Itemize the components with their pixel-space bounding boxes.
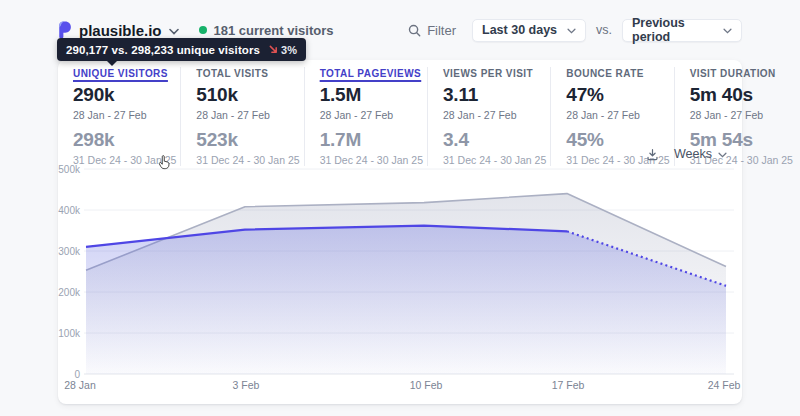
metric-label: VISIT DURATION xyxy=(690,68,793,79)
metric-period: 28 Jan - 27 Feb xyxy=(566,109,669,121)
metric-value: 290k xyxy=(73,84,176,106)
filter-button[interactable]: Filter xyxy=(408,23,456,38)
metric-period: 28 Jan - 27 Feb xyxy=(196,109,299,121)
svg-text:500k: 500k xyxy=(58,164,81,175)
metric-period: 28 Jan - 27 Feb xyxy=(690,109,793,121)
metric-value: 1.5M xyxy=(320,84,423,106)
svg-text:28 Jan: 28 Jan xyxy=(64,379,96,391)
tooltip-text: 290,177 vs. 298,233 unique visitors xyxy=(66,44,260,56)
svg-text:17 Feb: 17 Feb xyxy=(552,379,585,391)
live-dot-icon xyxy=(199,26,207,34)
metric-period: 28 Jan - 27 Feb xyxy=(73,109,176,121)
metric-column-0[interactable]: UNIQUE VISITORS 290k 28 Jan - 27 Feb 298… xyxy=(58,67,180,166)
tooltip-change: 3% xyxy=(269,44,297,56)
metric-label: VIEWS PER VISIT xyxy=(443,68,546,79)
filter-label: Filter xyxy=(427,23,456,38)
metrics-row: UNIQUE VISITORS 290k 28 Jan - 27 Feb 298… xyxy=(58,67,742,166)
metric-column-3[interactable]: VIEWS PER VISIT 3.11 28 Jan - 27 Feb 3.4… xyxy=(427,67,550,166)
plausible-logo-icon xyxy=(57,21,72,39)
chevron-down-icon xyxy=(718,147,727,161)
metric-label: UNIQUE VISITORS xyxy=(73,68,176,79)
svg-text:100k: 100k xyxy=(58,328,81,339)
chevron-down-icon xyxy=(723,23,732,37)
chevron-down-icon xyxy=(567,23,576,37)
metric-label: TOTAL VISITS xyxy=(196,68,299,79)
svg-text:200k: 200k xyxy=(58,287,81,298)
metric-column-2[interactable]: TOTAL PAGEVIEWS 1.5M 28 Jan - 27 Feb 1.7… xyxy=(304,67,427,166)
visitors-chart[interactable]: 0100k200k300k400k500k28 Jan3 Feb10 Feb17… xyxy=(58,160,742,398)
current-visitors[interactable]: 181 current visitors xyxy=(199,23,334,38)
vs-label: vs. xyxy=(596,23,612,37)
metric-period: 28 Jan - 27 Feb xyxy=(320,109,423,121)
site-name: plausible.io xyxy=(79,22,162,39)
svg-text:10 Feb: 10 Feb xyxy=(410,379,443,391)
metric-value: 47% xyxy=(566,84,669,106)
metric-prev-value: 3.4 xyxy=(443,129,546,151)
tooltip-change-value: 3% xyxy=(281,44,297,56)
search-icon xyxy=(408,24,421,37)
comparison-select[interactable]: Previous period xyxy=(622,19,742,42)
date-range-value: Last 30 days xyxy=(482,23,557,37)
svg-text:300k: 300k xyxy=(58,246,81,257)
analytics-card: UNIQUE VISITORS 290k 28 Jan - 27 Feb 298… xyxy=(58,60,742,404)
svg-text:0: 0 xyxy=(74,369,80,380)
metric-prev-value: 298k xyxy=(73,129,176,151)
interval-value: Weeks xyxy=(674,147,712,161)
site-switcher[interactable]: plausible.io xyxy=(57,21,179,39)
metric-value: 3.11 xyxy=(443,84,546,106)
metric-column-1[interactable]: TOTAL VISITS 510k 28 Jan - 27 Feb 523k 3… xyxy=(180,67,303,166)
tooltip-caret xyxy=(106,60,118,66)
date-range-select[interactable]: Last 30 days xyxy=(472,19,586,42)
metric-period: 28 Jan - 27 Feb xyxy=(443,109,546,121)
comparison-value: Previous period xyxy=(632,16,723,44)
interval-select[interactable]: Weeks xyxy=(674,147,727,161)
svg-text:400k: 400k xyxy=(58,205,81,216)
metric-tooltip: 290,177 vs. 298,233 unique visitors 3% xyxy=(57,38,306,61)
download-button[interactable] xyxy=(646,148,659,161)
metric-prev-value: 1.7M xyxy=(320,129,423,151)
metric-label: TOTAL PAGEVIEWS xyxy=(320,68,423,79)
metric-value: 510k xyxy=(196,84,299,106)
svg-text:24 Feb: 24 Feb xyxy=(708,379,741,391)
arrow-down-right-icon xyxy=(269,45,278,54)
metric-prev-value: 523k xyxy=(196,129,299,151)
metric-label: BOUNCE RATE xyxy=(566,68,669,79)
chevron-down-icon xyxy=(169,28,179,35)
metric-value: 5m 40s xyxy=(690,84,793,106)
svg-text:3 Feb: 3 Feb xyxy=(233,379,260,391)
current-visitors-label: 181 current visitors xyxy=(214,23,334,38)
